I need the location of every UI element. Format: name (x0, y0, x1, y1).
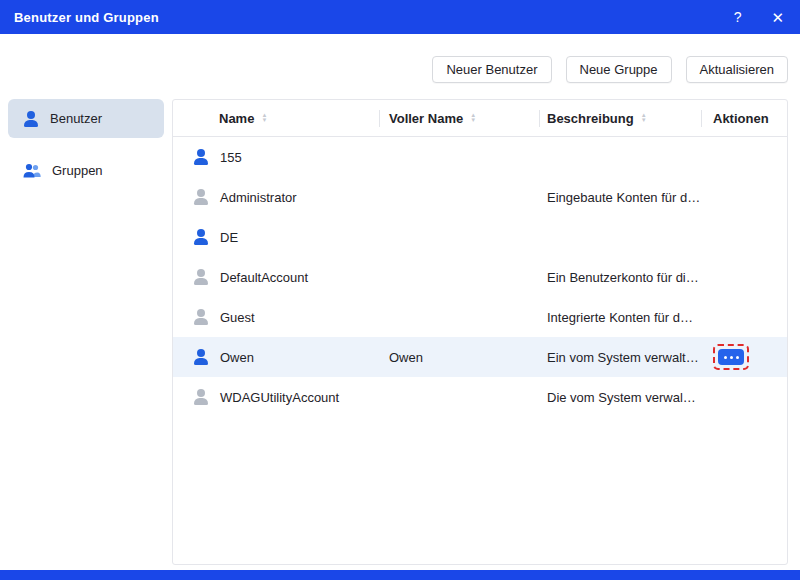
user-description (539, 137, 701, 177)
user-icon (193, 229, 209, 245)
user-fullname (379, 377, 539, 417)
name-cell: 155 (173, 137, 379, 177)
column-header-fullname[interactable]: Voller Name ▲▼ (379, 100, 539, 136)
user-name: 155 (220, 150, 242, 165)
name-cell: Guest (173, 297, 379, 337)
titlebar: Benutzer und Gruppen ? ✕ (0, 0, 800, 34)
table-row[interactable]: AdministratorEingebaute Konten für d… (173, 177, 787, 217)
user-icon (193, 389, 209, 405)
user-icon (193, 309, 209, 325)
user-fullname (379, 217, 539, 257)
user-fullname (379, 257, 539, 297)
user-icon (23, 111, 39, 127)
actions-cell (701, 217, 787, 257)
column-header-description[interactable]: Beschreibung ▲▼ (539, 100, 701, 136)
more-actions-button[interactable] (718, 349, 744, 365)
sidebar-item-gruppen[interactable]: Gruppen (8, 151, 164, 190)
user-icon (193, 349, 209, 365)
user-fullname: Owen (379, 337, 539, 377)
close-icon[interactable]: ✕ (771, 10, 784, 25)
name-cell: Administrator (173, 177, 379, 217)
user-name: DE (220, 230, 238, 245)
name-cell: Owen (173, 337, 379, 377)
user-fullname (379, 177, 539, 217)
user-fullname (379, 137, 539, 177)
sort-icon[interactable]: ▲▼ (261, 113, 267, 123)
name-cell: DE (173, 217, 379, 257)
help-icon[interactable]: ? (734, 10, 742, 24)
column-header-name[interactable]: Name ▲▼ (173, 100, 379, 136)
user-description: Ein vom System verwalt… (539, 337, 701, 377)
user-fullname (379, 297, 539, 337)
user-description: Ein Benutzerkonto für di… (539, 257, 701, 297)
actions-cell (701, 137, 787, 177)
actions-cell (701, 257, 787, 297)
group-icon (23, 163, 41, 179)
annotation-highlight-box (713, 344, 749, 370)
user-description: Die vom System verwal… (539, 377, 701, 417)
main-area: Benutzer Gruppen Name ▲▼ (0, 99, 800, 565)
sidebar: Benutzer Gruppen (8, 99, 164, 190)
user-name: Administrator (220, 190, 297, 205)
sidebar-item-label: Gruppen (52, 163, 103, 178)
window-bottom-border (0, 570, 800, 580)
table-row[interactable]: DefaultAccountEin Benutzerkonto für di… (173, 257, 787, 297)
users-table-panel: Name ▲▼ Voller Name ▲▼ Beschreibung ▲▼ A… (172, 99, 788, 565)
new-user-button[interactable]: Neuer Benutzer (432, 56, 551, 83)
table-header: Name ▲▼ Voller Name ▲▼ Beschreibung ▲▼ A… (173, 100, 787, 137)
user-icon (193, 189, 209, 205)
table-row[interactable]: GuestIntegrierte Konten für d… (173, 297, 787, 337)
actions-cell (701, 297, 787, 337)
table-row[interactable]: OwenOwenEin vom System verwalt… (173, 337, 787, 377)
user-description: Integrierte Konten für d… (539, 297, 701, 337)
sidebar-item-benutzer[interactable]: Benutzer (8, 99, 164, 138)
toolbar: Neuer Benutzer Neue Gruppe Aktualisieren (0, 34, 800, 83)
user-name: DefaultAccount (220, 270, 308, 285)
user-name: Guest (220, 310, 255, 325)
window-title: Benutzer und Gruppen (14, 10, 159, 25)
table-body: 155AdministratorEingebaute Konten für d…… (173, 137, 787, 417)
sort-icon[interactable]: ▲▼ (641, 113, 647, 123)
actions-cell (701, 177, 787, 217)
actions-cell (701, 377, 787, 417)
app-window: Benutzer und Gruppen ? ✕ Neuer Benutzer … (0, 0, 800, 580)
sort-icon[interactable]: ▲▼ (470, 113, 476, 123)
user-description (539, 217, 701, 257)
user-name: WDAGUtilityAccount (220, 390, 339, 405)
sidebar-item-label: Benutzer (50, 111, 102, 126)
name-cell: WDAGUtilityAccount (173, 377, 379, 417)
table-row[interactable]: WDAGUtilityAccountDie vom System verwal… (173, 377, 787, 417)
user-description: Eingebaute Konten für d… (539, 177, 701, 217)
user-icon (193, 269, 209, 285)
table-row[interactable]: DE (173, 217, 787, 257)
refresh-button[interactable]: Aktualisieren (686, 56, 788, 83)
table-row[interactable]: 155 (173, 137, 787, 177)
user-icon (193, 149, 209, 165)
name-cell: DefaultAccount (173, 257, 379, 297)
new-group-button[interactable]: Neue Gruppe (566, 56, 672, 83)
column-header-actions: Aktionen (701, 100, 787, 136)
actions-cell (701, 337, 787, 377)
user-name: Owen (220, 350, 254, 365)
